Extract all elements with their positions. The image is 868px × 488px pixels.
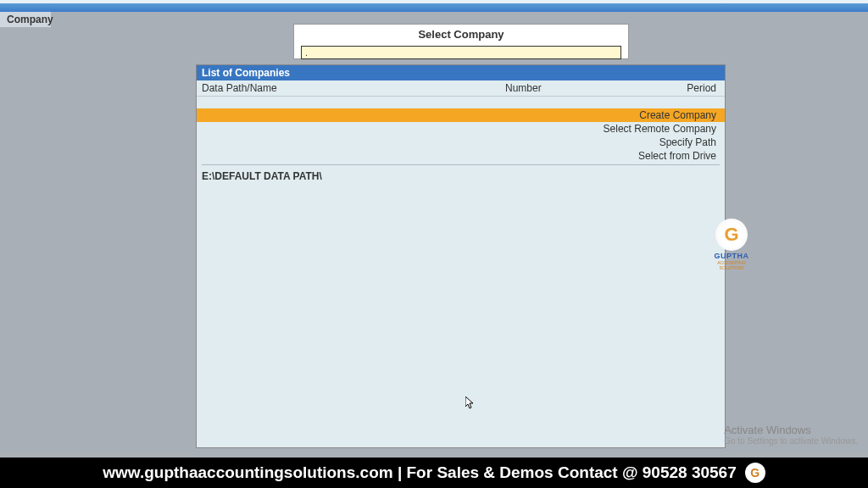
watermark-subtitle: Go to Settings to activate Windows. — [724, 436, 858, 446]
default-data-path: E:\DEFAULT DATA PATH\ — [197, 167, 725, 186]
logo-tagline: ACCOUNTING SOLUTIONS — [709, 260, 754, 270]
logo-brand-text: GUPTHA — [709, 252, 754, 260]
list-header: List of Companies — [197, 65, 725, 80]
select-company-title: Select Company — [294, 25, 628, 44]
company-section-label: Company — [0, 12, 51, 27]
specify-path-option[interactable]: Specify Path — [197, 136, 725, 149]
list-column-headers: Data Path/Name Number Period — [197, 80, 725, 97]
list-of-companies-panel: List of Companies Data Path/Name Number … — [196, 64, 726, 448]
guptha-logo-badge: G GUPTHA ACCOUNTING SOLUTIONS — [709, 219, 754, 263]
watermark-title: Activate Windows — [724, 424, 858, 436]
select-from-drive-option[interactable]: Select from Drive — [197, 149, 725, 163]
select-company-panel: Select Company . — [293, 24, 629, 59]
column-period: Period — [587, 82, 720, 94]
footer-banner: www.gupthaaccountingsolutions.com | For … — [0, 458, 868, 488]
logo-icon: G — [715, 219, 748, 251]
select-company-input[interactable]: . — [301, 46, 621, 59]
ribbon-bar — [0, 3, 868, 12]
divider — [202, 164, 720, 165]
column-number: Number — [459, 82, 588, 94]
windows-activation-watermark: Activate Windows Go to Settings to activ… — [724, 424, 858, 446]
spacer — [197, 97, 725, 108]
footer-text: www.gupthaaccountingsolutions.com | For … — [103, 463, 736, 482]
column-data-path-name: Data Path/Name — [202, 82, 459, 94]
select-remote-company-option[interactable]: Select Remote Company — [197, 122, 725, 136]
create-company-option[interactable]: Create Company — [197, 108, 725, 122]
footer-logo-icon: G — [745, 463, 765, 483]
